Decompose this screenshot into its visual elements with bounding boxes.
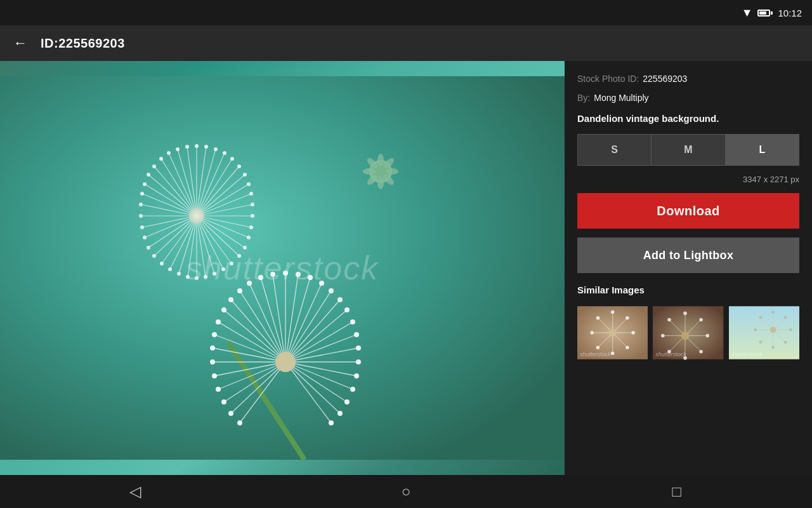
svg-point-72: [147, 173, 150, 177]
similar-images-grid: shutterstock: [577, 304, 799, 361]
svg-point-69: [139, 203, 143, 206]
svg-point-51: [249, 225, 253, 229]
size-m-button[interactable]: M: [652, 135, 725, 165]
back-button[interactable]: ←: [10, 33, 30, 53]
svg-point-68: [139, 214, 143, 218]
svg-point-60: [186, 275, 190, 279]
svg-point-63: [160, 262, 164, 265]
svg-point-150: [363, 168, 376, 175]
svg-point-78: [189, 208, 204, 224]
svg-point-62: [168, 267, 172, 271]
size-l-button[interactable]: L: [726, 135, 799, 165]
svg-point-56: [221, 267, 225, 271]
svg-point-136: [210, 359, 215, 364]
svg-point-76: [176, 147, 180, 151]
svg-rect-0: [0, 76, 565, 460]
svg-point-64: [152, 254, 156, 258]
battery-icon: [757, 10, 773, 17]
dimensions: 3347 x 2271 px: [577, 175, 799, 184]
svg-point-199: [789, 328, 792, 331]
svg-point-65: [147, 246, 150, 250]
svg-point-74: [159, 157, 163, 161]
svg-point-42: [214, 147, 218, 151]
svg-point-48: [249, 192, 253, 196]
main-content: shutterstock Stock Photo ID: 225569203 B…: [0, 61, 812, 475]
bottom-nav: ◁ ○ □: [0, 475, 812, 508]
author-name: Mong Multiply: [594, 93, 648, 103]
svg-point-118: [350, 319, 355, 324]
svg-point-111: [283, 271, 288, 276]
lightbox-button[interactable]: Add to Lightbox: [577, 237, 799, 273]
svg-point-167: [590, 331, 594, 335]
svg-point-141: [237, 420, 242, 425]
home-nav-button[interactable]: ○: [387, 479, 425, 504]
svg-point-61: [177, 272, 181, 276]
time-display: 10:12: [778, 8, 802, 18]
svg-point-138: [216, 387, 221, 392]
back-nav-button[interactable]: ◁: [116, 479, 154, 504]
svg-point-114: [319, 281, 324, 286]
svg-point-140: [228, 411, 233, 416]
download-button[interactable]: Download: [577, 193, 799, 229]
svg-point-110: [275, 352, 296, 372]
svg-point-197: [771, 311, 775, 314]
svg-point-45: [237, 164, 241, 168]
recent-nav-button[interactable]: □: [658, 479, 696, 504]
svg-point-161: [611, 311, 615, 314]
svg-point-112: [296, 272, 301, 277]
svg-point-116: [337, 297, 343, 302]
svg-point-162: [625, 316, 629, 320]
svg-point-186: [668, 318, 672, 322]
svg-point-131: [228, 297, 233, 302]
svg-point-134: [212, 332, 217, 337]
svg-point-146: [386, 168, 398, 175]
svg-point-137: [212, 373, 217, 378]
svg-point-201: [771, 346, 775, 349]
similar-images-label: Similar Images: [577, 284, 799, 295]
image-area: shutterstock: [0, 61, 565, 475]
similar-thumb-2[interactable]: shutterstock: [653, 304, 723, 361]
photo-id-label: Stock Photo ID:: [577, 74, 639, 84]
thumb-watermark-1: shutterstock: [580, 351, 611, 358]
svg-point-180: [700, 318, 704, 322]
svg-point-202: [759, 341, 762, 344]
photo-id-row: Stock Photo ID: 225569203: [577, 74, 799, 84]
svg-point-122: [354, 373, 359, 378]
svg-point-53: [243, 246, 247, 250]
svg-point-67: [140, 225, 144, 229]
svg-point-164: [625, 345, 629, 349]
svg-point-204: [759, 316, 762, 319]
svg-point-75: [167, 151, 171, 155]
svg-point-46: [243, 173, 247, 177]
svg-point-71: [143, 182, 147, 186]
author-row: By: Mong Multiply: [577, 93, 799, 103]
svg-point-126: [329, 420, 334, 425]
svg-point-70: [140, 192, 144, 196]
svg-point-127: [270, 272, 275, 277]
svg-point-200: [783, 341, 787, 344]
svg-point-203: [754, 328, 757, 331]
svg-point-57: [213, 272, 216, 276]
svg-point-115: [329, 288, 334, 293]
svg-point-165: [611, 352, 615, 356]
svg-point-123: [350, 387, 355, 392]
svg-point-205: [770, 327, 776, 333]
svg-point-55: [230, 262, 233, 265]
similar-thumb-1[interactable]: shutterstock: [577, 304, 648, 361]
right-panel: Stock Photo ID: 225569203 By: Mong Multi…: [565, 61, 812, 475]
svg-point-52: [247, 236, 251, 239]
svg-point-135: [210, 345, 215, 351]
svg-point-132: [221, 307, 226, 312]
svg-point-54: [237, 254, 241, 258]
svg-point-47: [247, 182, 251, 186]
similar-thumb-3[interactable]: shutterstock: [729, 304, 799, 361]
svg-point-124: [344, 399, 350, 404]
size-s-button[interactable]: S: [578, 135, 652, 165]
svg-point-182: [700, 350, 704, 354]
svg-point-144: [377, 154, 384, 166]
svg-point-133: [216, 319, 221, 324]
svg-point-125: [337, 411, 343, 416]
svg-point-181: [706, 334, 710, 338]
svg-point-129: [247, 281, 252, 286]
svg-point-58: [204, 275, 207, 279]
